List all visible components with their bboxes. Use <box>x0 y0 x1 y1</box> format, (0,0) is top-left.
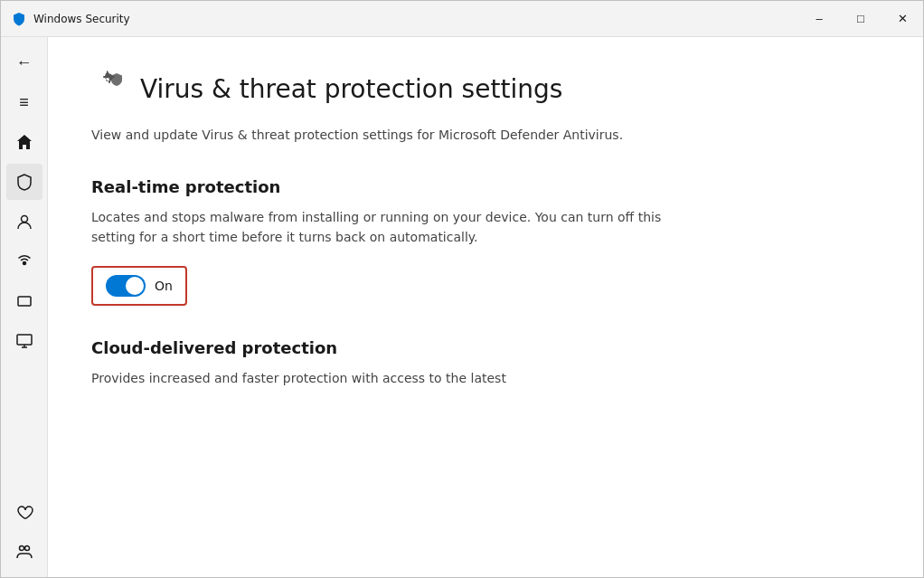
title-bar-left: Windows Security <box>12 12 130 26</box>
cloud-protection-description: Provides increased and faster protection… <box>91 368 670 388</box>
person-icon <box>15 213 33 231</box>
health-icon <box>15 503 33 521</box>
hamburger-icon: ≡ <box>19 93 29 112</box>
sidebar-item-protection[interactable] <box>6 164 42 200</box>
main-content: Virus & threat protection settings View … <box>48 37 923 577</box>
titlebar-app-icon <box>12 12 26 26</box>
realtime-protection-title: Real-time protection <box>91 177 880 196</box>
sidebar: ← ≡ <box>1 37 48 577</box>
home-icon <box>15 133 33 151</box>
title-bar-controls: – □ ✕ <box>798 1 923 37</box>
realtime-toggle-container: On <box>91 266 187 306</box>
maximize-button[interactable]: □ <box>840 1 882 37</box>
sidebar-item-firewall[interactable] <box>6 243 42 280</box>
svg-point-1 <box>23 262 25 265</box>
family-icon <box>14 542 34 562</box>
close-button[interactable]: ✕ <box>882 1 923 37</box>
toggle-label: On <box>155 279 173 293</box>
svg-point-4 <box>19 546 24 551</box>
svg-rect-3 <box>17 335 32 345</box>
page-description: View and update Virus & threat protectio… <box>91 126 706 145</box>
realtime-toggle[interactable] <box>106 275 146 297</box>
svg-rect-2 <box>18 297 31 306</box>
back-button[interactable]: ← <box>6 44 42 81</box>
app-icon <box>15 292 33 310</box>
title-bar: Windows Security – □ ✕ <box>1 1 923 37</box>
svg-point-0 <box>21 216 27 223</box>
page-header-icon <box>91 66 129 111</box>
window-title: Windows Security <box>33 13 130 25</box>
app-body: ← ≡ <box>1 37 923 577</box>
window: Windows Security – □ ✕ ← ≡ <box>0 0 924 578</box>
sidebar-item-home[interactable] <box>6 124 42 160</box>
minimize-button[interactable]: – <box>798 1 840 37</box>
page-title: Virus & threat protection settings <box>140 74 562 104</box>
menu-button[interactable]: ≡ <box>6 84 42 120</box>
cloud-protection-title: Cloud-delivered protection <box>91 338 880 357</box>
realtime-protection-description: Locates and stops malware from installin… <box>91 207 670 248</box>
page-header: Virus & threat protection settings <box>91 66 880 111</box>
shield-icon <box>15 173 33 191</box>
monitor-icon <box>15 332 33 350</box>
back-icon: ← <box>16 53 33 72</box>
sidebar-item-account[interactable] <box>6 204 42 240</box>
toggle-knob <box>126 277 144 295</box>
svg-point-5 <box>24 546 29 551</box>
sidebar-item-device[interactable] <box>6 323 42 359</box>
sidebar-item-family[interactable] <box>6 534 42 570</box>
svg-point-6 <box>92 67 128 103</box>
wireless-icon <box>14 251 34 271</box>
sidebar-item-health[interactable] <box>6 494 42 530</box>
sidebar-item-apps[interactable] <box>6 283 42 319</box>
